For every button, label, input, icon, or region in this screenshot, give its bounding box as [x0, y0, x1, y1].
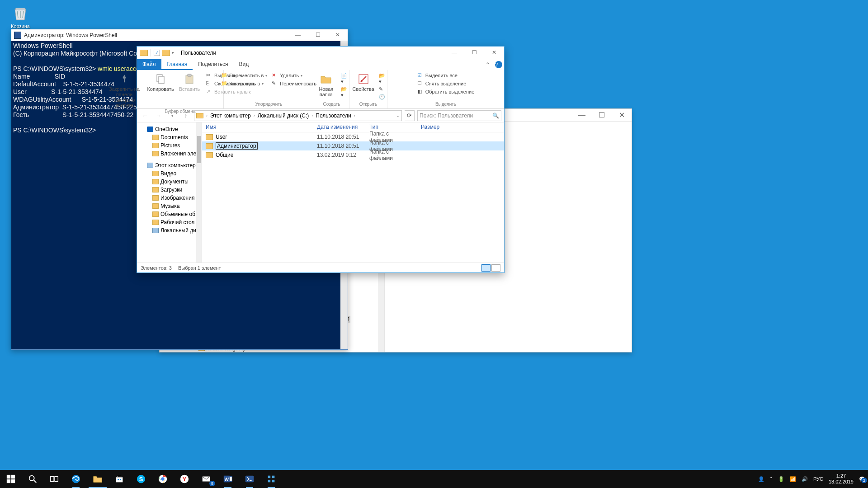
- minimize-button[interactable]: —: [288, 29, 308, 41]
- battery-icon[interactable]: 🔋: [778, 476, 784, 482]
- qat-dropdown-icon[interactable]: ▾: [172, 51, 174, 55]
- maximize-button[interactable]: ☐: [308, 29, 328, 41]
- address-bar[interactable]: › Этот компьютер › Локальный диск (C:) ›…: [194, 110, 402, 121]
- easyaccess-icon[interactable]: 📂▾: [341, 86, 349, 98]
- notifications-button[interactable]: 💬 2: [859, 476, 865, 482]
- nav-onedrive[interactable]: OneDrive: [137, 125, 202, 133]
- refresh-button[interactable]: ⟳: [405, 110, 415, 121]
- chevron-right-icon[interactable]: ›: [353, 113, 356, 118]
- nav-recent-button[interactable]: ▾: [167, 110, 178, 121]
- rename-button[interactable]: ✎Переименовать: [271, 80, 317, 87]
- minimize-button[interactable]: —: [572, 109, 592, 121]
- rename-input[interactable]: Администратор: [216, 142, 258, 150]
- column-headers[interactable]: Имя Дата изменения Тип Размер: [202, 122, 504, 132]
- col-name[interactable]: Имя: [202, 122, 313, 132]
- nav-attachments[interactable]: Вложения элект: [137, 150, 202, 158]
- copyto-button[interactable]: 📁Копировать в ▾: [220, 80, 268, 87]
- taskbar-edge[interactable]: [65, 470, 87, 488]
- navpane-scrollbar[interactable]: [196, 122, 202, 263]
- search-input[interactable]: Поиск: Пользователи 🔍: [417, 110, 501, 121]
- maximize-button[interactable]: ☐: [592, 109, 612, 121]
- explorer-titlebar[interactable]: ✓ ▾ Пользователи — ☐ ✕: [137, 47, 504, 59]
- search-button[interactable]: [22, 470, 43, 488]
- taskbar-powershell[interactable]: [239, 470, 260, 488]
- nav-forward-button[interactable]: →: [153, 110, 164, 121]
- chevron-right-icon[interactable]: ›: [205, 113, 208, 118]
- breadcrumb-item[interactable]: Пользователи: [315, 113, 352, 119]
- newfolder-button[interactable]: Новая папка: [314, 72, 339, 98]
- nav-music[interactable]: Музыка: [137, 202, 202, 210]
- desktop-recycle-bin[interactable]: Корзина: [4, 3, 37, 29]
- nav-images[interactable]: Изображения: [137, 194, 202, 202]
- view-details-button[interactable]: [481, 264, 491, 272]
- taskview-button[interactable]: [43, 470, 65, 488]
- minimize-button[interactable]: —: [444, 47, 464, 59]
- taskbar-mail[interactable]: 8: [195, 470, 217, 488]
- tab-view[interactable]: Вид: [233, 59, 254, 70]
- invertselect-button[interactable]: ◧Обратить выделение: [416, 88, 476, 95]
- tab-home[interactable]: Главная: [161, 59, 193, 70]
- language-indicator[interactable]: РУС: [813, 476, 823, 482]
- edit-icon[interactable]: ✎: [379, 86, 386, 92]
- nav-docs[interactable]: Документы: [137, 178, 202, 186]
- copy-button[interactable]: Копировать: [147, 72, 174, 93]
- taskbar[interactable]: S Y 8 W 👤 ˄ 🔋 📶 🔊 РУС 1:27 13.02.2019 💬 …: [0, 470, 868, 488]
- close-button[interactable]: ✕: [484, 47, 504, 59]
- open-icon[interactable]: 📂▾: [379, 73, 386, 84]
- ribbon-collapse-icon[interactable]: ⌃: [482, 59, 493, 70]
- people-icon[interactable]: 👤: [758, 476, 764, 482]
- clock[interactable]: 1:27 13.02.2019: [829, 473, 854, 485]
- taskbar-store[interactable]: [108, 470, 130, 488]
- maximize-button[interactable]: ☐: [464, 47, 484, 59]
- explorer-window[interactable]: ✓ ▾ Пользователи — ☐ ✕ Файл Главная Поде…: [137, 46, 505, 273]
- selectnone-button[interactable]: ☐Снять выделение: [416, 80, 467, 87]
- nav-back-button[interactable]: ←: [140, 110, 151, 121]
- col-date[interactable]: Дата изменения: [313, 122, 366, 132]
- file-list[interactable]: Имя Дата изменения Тип Размер User 11.10…: [202, 122, 504, 263]
- selectall-button[interactable]: ☑Выделить все: [416, 72, 458, 79]
- tray-overflow-icon[interactable]: ˄: [770, 476, 773, 482]
- col-size[interactable]: Размер: [417, 122, 449, 132]
- tab-share[interactable]: Поделиться: [193, 59, 233, 70]
- pin-quickaccess-button[interactable]: Закрепить на панели быстрого доступа: [104, 72, 145, 109]
- taskbar-skype[interactable]: S: [130, 470, 152, 488]
- quick-access-toolbar[interactable]: ✓ ▾: [137, 49, 178, 56]
- volume-icon[interactable]: 🔊: [802, 476, 808, 482]
- breadcrumb-item[interactable]: Этот компьютер: [209, 113, 252, 119]
- moveto-button[interactable]: 📁Переместить в ▾: [220, 72, 268, 79]
- nav-video[interactable]: Видео: [137, 169, 202, 178]
- system-tray[interactable]: 👤 ˄ 🔋 📶 🔊 РУС 1:27 13.02.2019 💬 2: [758, 470, 868, 488]
- taskbar-regedit[interactable]: [260, 470, 282, 488]
- nav-desktop[interactable]: Рабочий стол: [137, 218, 202, 226]
- qat-checkbox-icon[interactable]: ✓: [154, 50, 160, 56]
- file-row-selected[interactable]: Администратор 11.10.2018 20:51 Папка с ф…: [202, 141, 504, 150]
- breadcrumb-item[interactable]: Локальный диск (C:): [257, 113, 310, 119]
- start-button[interactable]: [0, 470, 22, 488]
- view-icons-button[interactable]: [491, 264, 500, 272]
- nav-downloads[interactable]: Загрузки: [137, 186, 202, 194]
- wifi-icon[interactable]: 📶: [790, 476, 796, 482]
- taskbar-word[interactable]: W: [217, 470, 239, 488]
- close-button[interactable]: ✕: [612, 109, 632, 121]
- nav-3d[interactable]: Объемные объ: [137, 210, 202, 218]
- delete-button[interactable]: ✕Удалить ▾: [271, 72, 317, 79]
- close-button[interactable]: ✕: [328, 29, 348, 41]
- taskbar-chrome[interactable]: [152, 470, 174, 488]
- properties-button[interactable]: Свойства: [351, 72, 376, 93]
- taskbar-yandex[interactable]: Y: [174, 470, 195, 488]
- file-row[interactable]: Общие 13.02.2019 0:12 Папка с файлами: [202, 150, 504, 160]
- help-icon[interactable]: ?: [495, 61, 502, 68]
- newitem-icon[interactable]: 📄▾: [341, 73, 349, 84]
- tab-file[interactable]: Файл: [137, 59, 161, 70]
- nav-documents[interactable]: Documents: [137, 133, 202, 141]
- taskbar-explorer[interactable]: [87, 470, 108, 488]
- nav-up-button[interactable]: ↑: [180, 110, 191, 121]
- powershell-titlebar[interactable]: Администратор: Windows PowerShell — ☐ ✕: [11, 29, 348, 41]
- nav-pictures[interactable]: Pictures: [137, 141, 202, 150]
- address-dropdown-icon[interactable]: ⌄: [396, 113, 400, 118]
- chevron-right-icon[interactable]: ›: [311, 113, 314, 118]
- history-icon[interactable]: 🕘: [379, 94, 386, 100]
- nav-localdisk[interactable]: Локальный диск: [137, 226, 202, 235]
- chevron-right-icon[interactable]: ›: [253, 113, 256, 118]
- file-row[interactable]: User 11.10.2018 20:51 Папка с файлами: [202, 132, 504, 141]
